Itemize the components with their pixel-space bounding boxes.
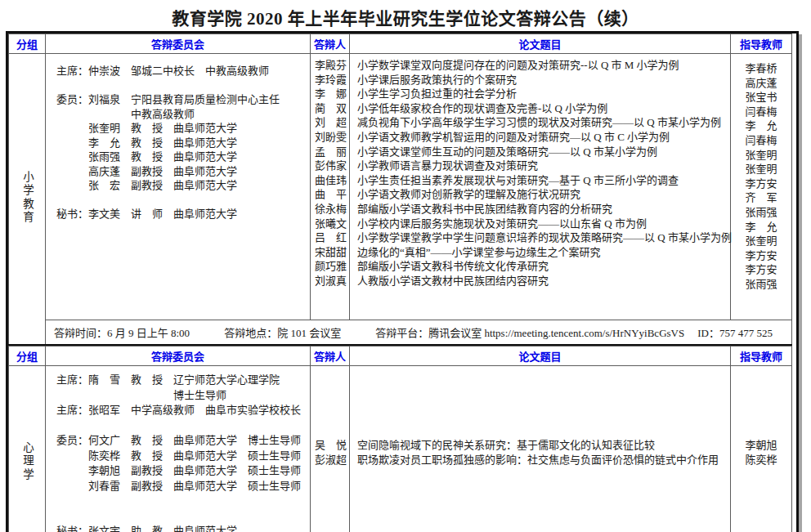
defender-name: 曲 平 — [315, 187, 349, 202]
advisors-cell: 李春桥高庆蓬张宝书闫春梅李 允闫春梅张奎明张奎明李方安齐 军张雨强李 允张奎明李… — [731, 54, 792, 320]
thesis-title: 小学数学课堂教学中学生问题意识培养的现状及策略研究——以 Q 市某小学为例 — [357, 230, 730, 245]
col-header-defender: 答辩人 — [311, 34, 350, 54]
committee-line: 张雨强 教 授 曲阜师范大学 — [56, 150, 310, 164]
committee-line: 高庆蓬 副教授 曲阜师范大学 — [56, 164, 310, 179]
announcement-table: 分组 答辩委员会 答辩人 论文题目 指导教师 小学教育 主席：仲崇波 邹城二中校… — [6, 31, 799, 532]
committee-line: 主席：张昭军 中学高级教师 曲阜市实验学校校长 — [56, 403, 310, 418]
defender-name: 李玲霞 — [315, 73, 349, 87]
theses-cell: 小学数学课堂双向度提问存在的问题及对策研究--以 Q 市 M 小学为例小学课后服… — [350, 54, 731, 320]
thesis-title: 小学校内课后服务实施现状及对策研究——以山东省 Q 市为例 — [357, 217, 730, 231]
committee-cell: 主席：隋 雪 教 授 辽宁师范大学心理学院 博士生导师主席：张昭军 中学高级教师… — [46, 366, 311, 532]
defenders-cell: 吴 悦彭淑超 — [311, 366, 350, 532]
advisor-name: 齐 军 — [731, 190, 791, 205]
col-header-committee: 答辩委员会 — [46, 346, 311, 366]
defender-name: 孟 丽 — [315, 145, 349, 159]
committee-lines: 主席：仲崇波 邹城二中校长 中教高级教师委员：刘福泉 宁阳县教育局质量检测中心主… — [56, 64, 310, 221]
committee-line: 主席：隋 雪 教 授 辽宁师范大学心理学院 — [56, 373, 310, 388]
defender-name: 李 娜 — [315, 87, 349, 101]
thesis-title: 小学教师语言暴力现状调查及对策研究 — [357, 159, 730, 173]
defense-info-segment: 答辩平台：腾讯会议室 https://meeting.tencent.com/s… — [375, 324, 684, 340]
header-row: 分组 答辩委员会 答辩人 论文题目 指导教师 — [9, 346, 792, 366]
defender-name: 吴 悦 — [315, 438, 349, 453]
col-header-advisor: 指导教师 — [731, 346, 792, 366]
committee-line: 张奎明 教 授 曲阜师范大学 — [56, 121, 310, 136]
committee-line: 中教高级教师 — [56, 107, 310, 122]
advisor-name: 张雨强 — [731, 277, 791, 292]
thesis-list: 小学数学课堂双向度提问存在的问题及对策研究--以 Q 市 M 小学为例小学课后服… — [357, 58, 730, 288]
defender-list: 李殿芬李玲霞李 娜蔺 双刘 超刘盼雯孟 丽彭伟家曲佳玮曲 平徐永梅张曦文吕 红宋… — [315, 58, 349, 288]
advisor-name: 李方安 — [731, 177, 791, 191]
thesis-title: 小学课后服务政策执行的个案研究 — [357, 73, 730, 87]
advisor-list: 李朝旭陈奕桦 — [731, 438, 791, 467]
thesis-title: 减负视角下小学高年级学生学习习惯的现状及对策研究——以 Q 市某小学为例 — [357, 115, 730, 130]
thesis-title: 小学语文教师对创新教学的理解及施行状况研究 — [357, 187, 730, 202]
advisor-name: 闫春梅 — [731, 133, 791, 148]
advisor-name: 张奎明 — [731, 148, 791, 163]
thesis-title: 小学低年级家校合作的现状调查及完善-以 Q 小学为例 — [357, 101, 730, 116]
advisor-name: 李 允 — [731, 220, 791, 235]
group-cell: 心理学 — [9, 366, 46, 532]
committee-line: 刘春雷 副教授 曲阜师范大学 硕士生导师 — [56, 479, 310, 494]
defender-list: 吴 悦彭淑超 — [315, 438, 349, 467]
defender-name: 宋甜甜 — [315, 245, 349, 260]
committee-line: 张 宏 副教授 曲阜师范大学 — [56, 178, 310, 193]
content-row: 心理学 主席：隋 雪 教 授 辽宁师范大学心理学院 博士生导师主席：张昭军 中学… — [9, 366, 792, 532]
group-label: 心理学 — [19, 441, 35, 482]
thesis-title: 小学语文教师教学机智运用的问题及对策研究—以 Q 市 C 小学为例 — [357, 130, 730, 145]
advisor-name: 李朝旭 — [731, 438, 791, 453]
col-header-advisor: 指导教师 — [731, 34, 792, 54]
defender-name: 刘 超 — [315, 115, 349, 130]
defender-name: 蔺 双 — [315, 101, 349, 116]
committee-lines: 主席：隋 雪 教 授 辽宁师范大学心理学院 博士生导师主席：张昭军 中学高级教师… — [56, 373, 310, 532]
advisor-name: 闫春梅 — [731, 105, 791, 119]
advisors-cell: 李朝旭陈奕桦 — [731, 366, 792, 532]
col-header-thesis: 论文题目 — [350, 346, 731, 366]
section-psychology: 分组 答辩委员会 答辩人 论文题目 指导教师 心理学 主席：隋 雪 教 授 辽宁… — [8, 346, 792, 532]
page-title: 教育学院 2020 年上半年毕业研究生学位论文答辩公告（续） — [0, 0, 811, 29]
col-header-thesis: 论文题目 — [350, 34, 731, 54]
col-header-committee: 答辩委员会 — [46, 34, 311, 54]
committee-line: 秘书：张文宇 助 教 曲阜师范大学 — [56, 524, 310, 532]
advisor-name: 陈奕桦 — [731, 453, 791, 467]
defender-name: 徐永梅 — [315, 202, 349, 217]
col-header-defender: 答辩人 — [311, 346, 350, 366]
committee-line — [56, 418, 310, 434]
defense-info-cell: 答辩时间：6 月 9 日上午 8:00答辩地点：院 101 会议室答辩平台：腾讯… — [46, 320, 792, 346]
thesis-title: 小学数学课堂双向度提问存在的问题及对策研究--以 Q 市 M 小学为例 — [357, 58, 730, 73]
group-cell: 小学教育 — [9, 54, 46, 346]
thesis-title: 小学生学习负担过重的社会学分析 — [357, 87, 730, 101]
committee-line: 委员：刘福泉 宁阳县教育局质量检测中心主任 — [56, 92, 310, 107]
defender-name: 曲佳玮 — [315, 173, 349, 188]
thesis-title: 空间隐喻视域下的民神关系研究：基于儒耶文化的认知表征比较 — [357, 438, 730, 453]
col-header-group: 分组 — [9, 346, 46, 366]
theses-cell: 空间隐喻视域下的民神关系研究：基于儒耶文化的认知表征比较职场欺凌对员工职场孤独感… — [350, 366, 731, 532]
committee-line: 博士生导师 — [56, 388, 310, 404]
defender-name: 彭淑超 — [315, 453, 349, 467]
defender-name: 张曦文 — [315, 217, 349, 231]
advisor-name: 李 允 — [731, 118, 791, 133]
committee-line: 陈奕桦 教 授 曲阜师范大学 硕士生导师 — [56, 449, 310, 464]
committee-cell: 主席：仲崇波 邹城二中校长 中教高级教师委员：刘福泉 宁阳县教育局质量检测中心主… — [46, 54, 311, 320]
defender-name: 彭伟家 — [315, 159, 349, 173]
col-header-group: 分组 — [9, 34, 46, 54]
thesis-list: 空间隐喻视域下的民神关系研究：基于儒耶文化的认知表征比较职场欺凌对员工职场孤独感… — [357, 438, 730, 467]
header-row: 分组 答辩委员会 答辩人 论文题目 指导教师 — [9, 34, 792, 54]
advisor-name: 李方安 — [731, 262, 791, 277]
thesis-title: 职场欺凌对员工职场孤独感的影响：社交焦虑与负面评价恐惧的链式中介作用 — [357, 453, 730, 467]
committee-line — [56, 509, 310, 525]
defense-info-segment: 答辩时间：6 月 9 日上午 8:00 — [54, 324, 190, 340]
thesis-title: 部编版小学语文教科书传统文化传承研究 — [357, 259, 730, 274]
defender-name: 颜巧雅 — [315, 259, 349, 274]
thesis-title: 边缘化的“真相”——小学课堂参与边缘生之个案研究 — [357, 245, 730, 260]
content-row: 小学教育 主席：仲崇波 邹城二中校长 中教高级教师委员：刘福泉 宁阳县教育局质量… — [9, 54, 792, 320]
footer-row: 答辩时间：6 月 9 日上午 8:00答辩地点：院 101 会议室答辩平台：腾讯… — [9, 320, 792, 346]
advisor-name: 张奎明 — [731, 162, 791, 177]
committee-line: 主席：仲崇波 邹城二中校长 中教高级教师 — [56, 64, 310, 78]
defense-info-segment: ID：757 477 525 — [697, 324, 773, 340]
committee-line — [56, 193, 310, 208]
thesis-title: 小学语文课堂师生互动的问题及策略研究——以 Q 市某小学为例 — [357, 145, 730, 159]
committee-line: 李朝旭 副教授 曲阜师范大学 硕士生导师 — [56, 463, 310, 479]
committee-line: 李 允 教 授 曲阜师范大学 — [56, 136, 310, 150]
advisor-name: 李春桥 — [731, 61, 791, 76]
committee-line: 委员：何文广 教 授 曲阜师范大学 博士生导师 — [56, 433, 310, 449]
